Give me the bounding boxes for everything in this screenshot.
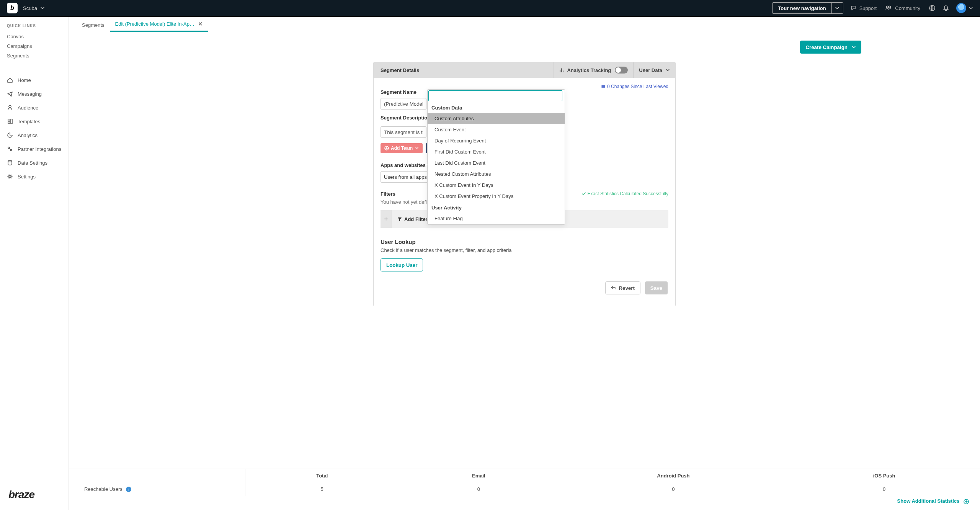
check-icon — [581, 191, 586, 196]
workspace-name: Scuba — [23, 5, 37, 11]
stats-col-email: Email — [399, 469, 559, 482]
stats-android: 0 — [559, 482, 788, 496]
tab-edit-segment[interactable]: Edit (Predictive Model) Elite In-Ap… ✕ — [110, 17, 208, 32]
close-tab-button[interactable]: ✕ — [198, 21, 203, 27]
changes-link[interactable]: 0 Changes Since Last Viewed — [601, 84, 668, 89]
svg-point-10 — [9, 176, 11, 178]
quick-links-heading: QUICK LINKS — [7, 24, 62, 28]
tour-dropdown[interactable] — [831, 3, 843, 13]
account-menu[interactable] — [956, 3, 973, 13]
user-lookup-hint: Check if a user matches the segment, fil… — [381, 247, 668, 253]
globe-icon — [929, 5, 936, 11]
svg-point-1 — [889, 6, 891, 8]
sidebar-item-data[interactable]: Data Settings — [0, 156, 69, 170]
gear-icon — [7, 173, 13, 180]
toggle-icon — [615, 67, 628, 74]
stats-total: 5 — [245, 482, 399, 496]
user-lookup-title: User Lookup — [381, 239, 668, 245]
svg-rect-6 — [11, 119, 12, 124]
stats-col-ios: iOS Push — [788, 469, 980, 482]
filters-status: Exact Statistics Calculated Successfully — [581, 191, 668, 196]
show-more-stats[interactable]: Show Additional Statistics — [69, 496, 980, 510]
avatar — [956, 3, 966, 13]
filter-dropdown: Custom DataCustom AttributesCustom Event… — [427, 89, 565, 225]
info-icon[interactable]: i — [126, 487, 131, 492]
sidebar-item-messaging[interactable]: Messaging — [0, 87, 69, 101]
sidebar-item-settings[interactable]: Settings — [0, 170, 69, 183]
community-link[interactable]: Community — [885, 5, 920, 11]
filter-icon — [397, 217, 402, 221]
workspace-switcher[interactable]: Scuba — [23, 5, 45, 11]
tabs: Segments Edit (Predictive Model) Elite I… — [69, 17, 980, 32]
dropdown-item[interactable]: Day of Recurring Event — [428, 135, 565, 146]
sidebar-item-home[interactable]: Home — [0, 73, 69, 87]
dropdown-item[interactable]: Last Did Custom Event — [428, 157, 565, 168]
dropdown-item[interactable]: Custom Event — [428, 124, 565, 135]
stats-row-label: Reachable Users — [84, 486, 122, 492]
chart-icon — [559, 67, 565, 73]
user-icon — [7, 105, 13, 111]
sidebar-item-audience[interactable]: Audience — [0, 101, 69, 114]
chevron-down-icon — [851, 45, 856, 49]
svg-point-0 — [887, 6, 889, 8]
dropdown-item[interactable]: Feature Flag — [428, 213, 565, 224]
tab-segments[interactable]: Segments — [77, 18, 110, 32]
save-button: Save — [645, 281, 668, 294]
segment-name-input[interactable] — [381, 98, 426, 110]
segment-desc-input[interactable] — [381, 126, 426, 138]
sidebar-item-analytics[interactable]: Analytics — [0, 128, 69, 142]
chat-icon — [850, 5, 856, 11]
chevron-down-icon — [969, 6, 973, 10]
top-nav: b Scuba Tour new navigation Support Comm… — [0, 0, 980, 17]
template-icon — [7, 118, 13, 124]
card-title: Segment Details — [374, 67, 554, 73]
chevron-down-icon — [665, 68, 670, 72]
user-lookup-section: User Lookup Check if a user matches the … — [381, 239, 668, 271]
svg-rect-5 — [8, 122, 10, 124]
dropdown-item[interactable]: Custom Attributes — [428, 113, 565, 124]
quick-link-canvas[interactable]: Canvas — [7, 32, 62, 41]
stats-footer: Total Email Android Push iOS Push Reacha… — [69, 469, 980, 510]
dropdown-item[interactable]: First Made Purchase — [428, 224, 565, 224]
dropdown-item[interactable]: X Custom Event In Y Days — [428, 180, 565, 191]
plus-circle-icon — [384, 146, 389, 150]
create-campaign-button[interactable]: Create Campaign — [800, 41, 861, 54]
add-team-button[interactable]: Add Team — [381, 143, 423, 153]
revert-button[interactable]: Revert — [605, 281, 640, 294]
database-icon — [7, 160, 13, 166]
quick-link-campaigns[interactable]: Campaigns — [7, 41, 62, 51]
tour-label: Tour new navigation — [773, 5, 831, 11]
notifications-button[interactable] — [942, 5, 949, 11]
quick-link-segments[interactable]: Segments — [7, 51, 62, 60]
svg-rect-4 — [8, 119, 10, 121]
chevron-down-icon — [415, 146, 419, 150]
add-filter-label: Add Filter — [392, 216, 433, 222]
lookup-user-button[interactable]: Lookup User — [381, 258, 423, 271]
chart-icon — [7, 132, 13, 138]
globe-button[interactable] — [929, 5, 936, 11]
stats-col-android: Android Push — [559, 469, 788, 482]
support-link[interactable]: Support — [850, 5, 877, 11]
dropdown-group: Custom Data — [428, 102, 565, 113]
home-icon — [7, 77, 13, 83]
user-data-menu[interactable]: User Data — [633, 62, 675, 78]
plus-circle-icon — [963, 499, 969, 505]
svg-point-3 — [9, 105, 11, 108]
dropdown-search-input[interactable] — [428, 90, 562, 101]
dropdown-item[interactable]: X Custom Event Property In Y Days — [428, 191, 565, 202]
sidebar: QUICK LINKS Canvas Campaigns Segments Ho… — [0, 17, 69, 510]
sidebar-item-partner[interactable]: Partner Integrations — [0, 142, 69, 156]
dropdown-group: User Activity — [428, 202, 565, 213]
app-logo[interactable]: b — [7, 3, 18, 13]
svg-point-9 — [8, 160, 12, 162]
segment-card: Segment Details Analytics Tracking User … — [373, 62, 676, 306]
dropdown-item[interactable]: First Did Custom Event — [428, 146, 565, 157]
stats-email: 0 — [399, 482, 559, 496]
brand-wordmark: braze — [8, 489, 34, 501]
tour-button[interactable]: Tour new navigation — [772, 2, 843, 14]
list-icon — [601, 84, 606, 89]
sidebar-item-templates[interactable]: Templates — [0, 114, 69, 128]
dropdown-item[interactable]: Nested Custom Attributes — [428, 168, 565, 180]
add-filter-plus[interactable]: + — [381, 210, 392, 228]
analytics-tracking-toggle[interactable]: Analytics Tracking — [554, 62, 633, 78]
